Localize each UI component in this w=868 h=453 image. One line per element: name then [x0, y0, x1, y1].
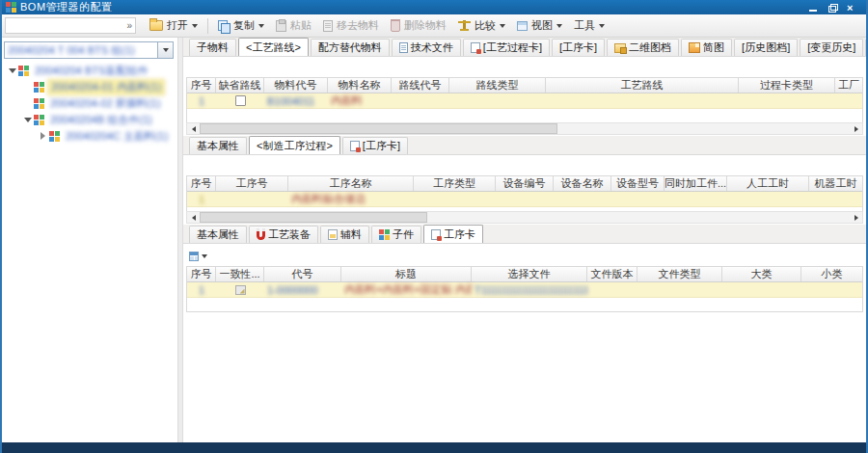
scroll-right-arrow[interactable] [850, 212, 862, 223]
operation-table-hscrollbar[interactable] [186, 211, 863, 224]
compare-icon [458, 20, 471, 31]
restore-button[interactable] [827, 3, 839, 13]
column-header[interactable]: 文件类型 [637, 267, 722, 281]
magnet-icon [257, 230, 265, 240]
column-header[interactable]: 序号 [187, 267, 216, 281]
column-header[interactable]: 工厂 [835, 78, 862, 93]
column-header[interactable]: 标题 [341, 267, 472, 281]
column-header[interactable]: 过程卡类型 [739, 78, 835, 93]
column-header[interactable]: 设备编号 [496, 176, 554, 191]
column-header[interactable]: 路线代号 [392, 78, 449, 93]
table-cell: T111111111111111111111... [472, 282, 587, 297]
column-header[interactable]: 设备型号 [611, 176, 665, 191]
column-header[interactable]: 路线类型 [449, 78, 546, 93]
tab-label: 简图 [703, 40, 724, 55]
column-header[interactable]: 一致性... [216, 267, 264, 281]
tab-工序卡[interactable]: [工序卡] [552, 39, 605, 56]
column-header[interactable]: 工序名称 [288, 176, 414, 191]
scrollbar-thumb[interactable] [200, 212, 427, 223]
column-header[interactable]: 机器工时 [809, 176, 862, 191]
bom-selector-combo[interactable]: 20040204 T 004 BTS 组(1) [4, 41, 174, 59]
scrollbar-track[interactable] [200, 212, 850, 223]
tree-node-label: 20040204-02 胶膜料(1) [47, 96, 163, 111]
close-button[interactable]: × [847, 3, 858, 13]
tree-node[interactable]: 20040204-02 胶膜料(1) [2, 95, 177, 112]
scroll-right-arrow[interactable] [850, 123, 862, 134]
scroll-left-arrow[interactable] [187, 212, 200, 223]
tab-工序卡[interactable]: 工序卡 [423, 225, 483, 243]
checkbox-icon[interactable] [235, 95, 246, 106]
tab-变更历史[interactable]: [变更历史] [800, 39, 863, 56]
column-header[interactable]: 序号 [187, 78, 216, 93]
column-config-button[interactable] [186, 250, 210, 263]
main-toolbar: » 打开复制粘贴移去物料删除物料比较视图工具 [2, 14, 866, 38]
route-table: 序号缺省路线物料代号物料名称路线代号路线类型工艺路线过程卡类型工厂1B10040… [186, 77, 863, 123]
table-cell [496, 192, 554, 206]
table-row[interactable]: 1B1004011内面料 [187, 93, 862, 109]
tab-工艺过程卡[interactable]: [工艺过程卡] [463, 39, 550, 56]
tab-配方替代物料[interactable]: 配方替代物料 [311, 39, 390, 56]
toolbar-button-移去物料: 移去物料 [317, 16, 385, 36]
column-header[interactable]: 设备名称 [554, 176, 611, 191]
chevron-expand-icon[interactable]: » [126, 21, 132, 31]
tab-基本属性[interactable]: 基本属性 [189, 226, 247, 243]
column-header[interactable]: 小类 [801, 267, 862, 281]
route-table-hscrollbar[interactable] [186, 122, 863, 135]
expand-toggle-icon[interactable] [39, 132, 47, 141]
column-header[interactable]: 序号 [187, 176, 216, 191]
tab-技术文件[interactable]: 技术文件 [392, 39, 461, 56]
toolbar-button-比较[interactable]: 比较 [452, 16, 511, 36]
column-header[interactable]: 缺省路线 [216, 78, 264, 93]
column-header[interactable]: 人工工时 [727, 176, 809, 191]
minimize-button[interactable] [808, 3, 820, 13]
tree-node[interactable]: 20040204 BTS装配组件 [2, 63, 177, 79]
tab-基本属性[interactable]: 基本属性 [189, 137, 247, 154]
tab-历史图档[interactable]: [历史图档] [734, 39, 798, 56]
column-header[interactable]: 大类 [722, 267, 801, 281]
bom-node-icon [34, 82, 44, 93]
column-header[interactable]: 代号 [264, 267, 341, 281]
scrollbar-thumb[interactable] [200, 123, 557, 134]
tab-工序卡[interactable]: [工序卡] [342, 137, 408, 154]
remove-material-icon [323, 20, 333, 32]
tab-工艺路线[interactable]: <工艺路线> [238, 38, 309, 56]
right-arrow-icon [854, 126, 858, 132]
tab-子物料[interactable]: 子物料 [189, 39, 236, 56]
tab-工艺装备[interactable]: 工艺装备 [249, 226, 318, 243]
toolbar-button-打开[interactable]: 打开 [144, 16, 203, 36]
column-header[interactable]: 工序类型 [414, 176, 496, 191]
tree-node[interactable]: 20040204C 主面料(1) [2, 128, 177, 145]
scrollbar-track[interactable] [200, 123, 850, 134]
toolbar-button-工具[interactable]: 工具 [568, 16, 610, 36]
tree-node[interactable]: 20040204-01 内面料(1) [2, 79, 177, 95]
combo-dropdown-button[interactable] [157, 42, 173, 58]
scroll-left-arrow[interactable] [187, 123, 200, 134]
bom-manager-window: BOM管理器的配置 × » 打开复制粘贴移去物料删除物料比较视图工具 20040… [0, 0, 868, 453]
collapse-toggle-icon[interactable] [23, 116, 32, 124]
toolbar-button-复制[interactable]: 复制 [212, 16, 270, 36]
table-row[interactable]: 11-0000000内面料+内面料+固定贴 内面...T111111111111… [187, 282, 862, 298]
table-cell [835, 93, 862, 108]
toolbar-button-视图[interactable]: 视图 [511, 16, 568, 36]
collapse-toggle-icon[interactable] [8, 67, 16, 75]
tab-简图[interactable]: 简图 [681, 39, 732, 56]
column-header[interactable]: 文件版本 [587, 267, 637, 281]
tab-label: 子物料 [197, 40, 229, 55]
tab-二维图档[interactable]: 二维图档 [607, 39, 679, 56]
column-header[interactable]: 工艺路线 [546, 78, 739, 93]
tab-label: 配方替代物料 [318, 40, 382, 55]
filter-input[interactable]: » [5, 17, 136, 34]
column-header[interactable]: 工序号 [216, 176, 288, 191]
column-header[interactable]: 同时加工件... [665, 176, 727, 191]
column-header[interactable]: 选择文件 [472, 267, 587, 281]
column-header[interactable]: 物料代号 [264, 78, 328, 93]
table-row[interactable]: 1内面料贴合缝边 [187, 192, 862, 207]
tree-node[interactable]: 20040204B 组合件(1) [2, 112, 177, 128]
tab-辅料[interactable]: 辅料 [320, 226, 369, 243]
column-header[interactable]: 物料名称 [328, 78, 392, 93]
tab-label: 基本属性 [197, 139, 239, 153]
tab-子件[interactable]: 子件 [371, 226, 421, 243]
bom-node-icon [49, 131, 60, 142]
tab-制造工序过程[interactable]: <制造工序过程> [249, 136, 340, 154]
chevron-down-icon [192, 24, 198, 28]
